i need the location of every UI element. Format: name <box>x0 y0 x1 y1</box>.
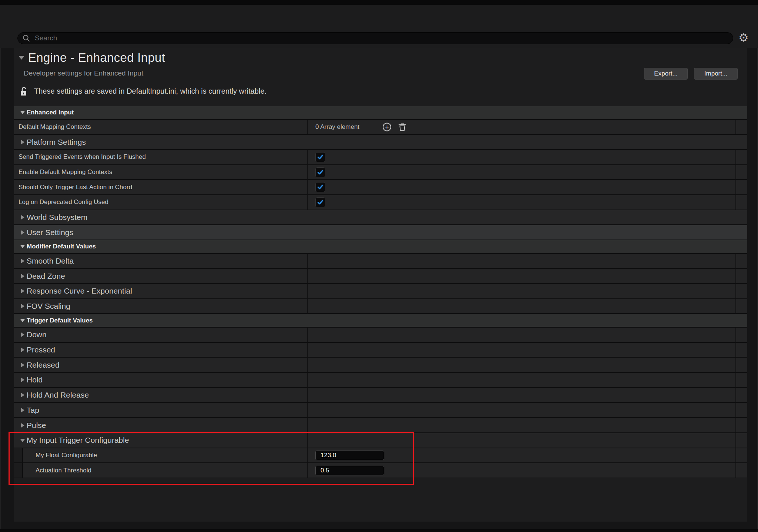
page-collapse-icon[interactable] <box>19 56 24 60</box>
expand-arrow-icon[interactable] <box>19 408 27 412</box>
reset-column-cell <box>735 328 747 342</box>
settings-gear-icon[interactable]: ⚙ <box>737 31 750 44</box>
reset-column-cell <box>735 120 747 134</box>
settings-page: Engine - Enhanced Input Developer settin… <box>14 48 747 522</box>
row-label: Log on Deprecated Config Used <box>19 198 108 206</box>
expand-arrow-icon[interactable] <box>19 215 27 220</box>
window-left-border <box>0 5 1 532</box>
row-value-cell <box>307 403 735 417</box>
expand-arrow-icon[interactable] <box>19 423 27 428</box>
expand-arrow-icon[interactable] <box>19 393 27 397</box>
row-platform-settings[interactable]: Platform Settings <box>14 135 747 150</box>
expand-arrow-icon[interactable] <box>19 332 27 337</box>
expand-arrow-icon[interactable] <box>19 140 27 144</box>
row-modifier-default-values[interactable]: Modifier Default Values <box>14 240 747 254</box>
row-label: Actuation Threshold <box>36 467 91 474</box>
row-smooth-delta[interactable]: Smooth Delta <box>14 254 747 269</box>
row-value-cell <box>307 358 735 372</box>
reset-column-cell <box>735 180 747 194</box>
row-name-cell: World Subsystem <box>14 210 747 225</box>
search-band: ⚙ <box>0 5 758 48</box>
row-hold-and-release[interactable]: Hold And Release <box>14 388 747 403</box>
row-name-cell: Log on Deprecated Config Used <box>14 195 307 210</box>
expand-arrow-icon[interactable] <box>19 348 27 352</box>
collapse-arrow-icon[interactable] <box>19 319 27 322</box>
row-value-cell <box>307 284 735 298</box>
row-pulse[interactable]: Pulse <box>14 418 747 433</box>
actuation-threshold-input[interactable]: 0.5 <box>315 466 384 475</box>
row-label: Hold <box>27 375 43 384</box>
config-file-notice: These settings are saved in DefaultInput… <box>20 86 266 96</box>
array-count-label: 0 Array element <box>315 123 359 131</box>
row-actuation-threshold[interactable]: Actuation Threshold0.5 <box>14 463 747 478</box>
row-my-float-configurable[interactable]: My Float Configurable123.0 <box>14 448 747 464</box>
row-user-settings[interactable]: User Settings <box>14 225 747 240</box>
reset-column-cell <box>735 150 747 164</box>
row-dead-zone[interactable]: Dead Zone <box>14 269 747 284</box>
row-pressed[interactable]: Pressed <box>14 343 747 358</box>
export-button[interactable]: Export... <box>644 68 688 80</box>
checkbox[interactable] <box>315 167 325 177</box>
expand-arrow-icon[interactable] <box>19 230 27 235</box>
expand-arrow-icon[interactable] <box>19 363 27 367</box>
row-response-curve-exponential[interactable]: Response Curve - Exponential <box>14 284 747 299</box>
triangle-right-icon <box>21 140 24 144</box>
indent-guide <box>14 448 23 463</box>
add-element-icon[interactable]: + <box>383 123 391 131</box>
row-name-cell: User Settings <box>14 225 747 240</box>
reset-column-cell <box>735 165 747 180</box>
row-default-mapping-contexts[interactable]: Default Mapping Contexts0 Array element+ <box>14 120 747 135</box>
expand-arrow-icon[interactable] <box>19 289 27 293</box>
row-name-cell: Smooth Delta <box>14 254 307 268</box>
row-value-cell <box>307 418 735 432</box>
row-value-cell <box>307 269 735 283</box>
row-value-cell: 0 Array element+ <box>307 120 735 134</box>
checkbox[interactable] <box>315 197 325 207</box>
reset-column-cell <box>735 358 747 372</box>
collapse-arrow-icon[interactable] <box>19 245 27 248</box>
reset-column-cell <box>735 254 747 268</box>
row-released[interactable]: Released <box>14 358 747 373</box>
my-float-configurable-input[interactable]: 123.0 <box>315 451 384 460</box>
triangle-right-icon <box>21 230 24 235</box>
import-button[interactable]: Import... <box>694 68 738 80</box>
row-value-cell <box>307 388 735 402</box>
number-value: 0.5 <box>316 467 329 474</box>
expand-arrow-icon[interactable] <box>19 304 27 308</box>
row-enhanced-input[interactable]: Enhanced Input <box>14 106 747 120</box>
row-fov-scaling[interactable]: FOV Scaling <box>14 299 747 314</box>
checkbox[interactable] <box>315 152 325 162</box>
triangle-right-icon <box>21 289 24 293</box>
reset-column-cell <box>735 388 747 402</box>
row-label: Modifier Default Values <box>27 243 96 250</box>
triangle-right-icon <box>21 363 24 367</box>
checkbox[interactable] <box>315 182 325 192</box>
row-my-input-trigger-configurable[interactable]: My Input Trigger Configurable <box>14 433 747 448</box>
expand-arrow-icon[interactable] <box>19 274 27 278</box>
row-name-cell: Released <box>14 358 307 372</box>
search-input[interactable] <box>30 34 733 42</box>
row-down[interactable]: Down <box>14 328 747 343</box>
row-world-subsystem[interactable]: World Subsystem <box>14 210 747 225</box>
window-right-border <box>757 5 758 532</box>
row-hold[interactable]: Hold <box>14 373 747 388</box>
row-value-cell <box>307 433 735 448</box>
row-value-cell <box>307 343 735 357</box>
row-log-on-deprecated-config-used[interactable]: Log on Deprecated Config Used <box>14 195 747 210</box>
collapse-arrow-icon[interactable] <box>19 439 27 442</box>
expand-arrow-icon[interactable] <box>19 378 27 382</box>
row-send-triggered-events-when-input-is-flushed[interactable]: Send Triggered Events when Input Is Flus… <box>14 150 747 165</box>
row-name-cell: FOV Scaling <box>14 299 307 314</box>
expand-arrow-icon[interactable] <box>19 259 27 263</box>
triangle-right-icon <box>21 423 24 428</box>
row-tap[interactable]: Tap <box>14 403 747 418</box>
delete-elements-icon[interactable] <box>398 122 407 132</box>
row-name-cell: My Input Trigger Configurable <box>14 433 307 448</box>
search-box[interactable] <box>17 32 733 44</box>
collapse-arrow-icon[interactable] <box>19 111 27 114</box>
row-trigger-default-values[interactable]: Trigger Default Values <box>14 314 747 328</box>
row-enable-default-mapping-contexts[interactable]: Enable Default Mapping Contexts <box>14 165 747 180</box>
triangle-down-icon <box>20 319 25 322</box>
row-should-only-trigger-last-action-in-chord[interactable]: Should Only Trigger Last Action in Chord <box>14 180 747 195</box>
row-name-cell: Actuation Threshold <box>14 463 307 478</box>
